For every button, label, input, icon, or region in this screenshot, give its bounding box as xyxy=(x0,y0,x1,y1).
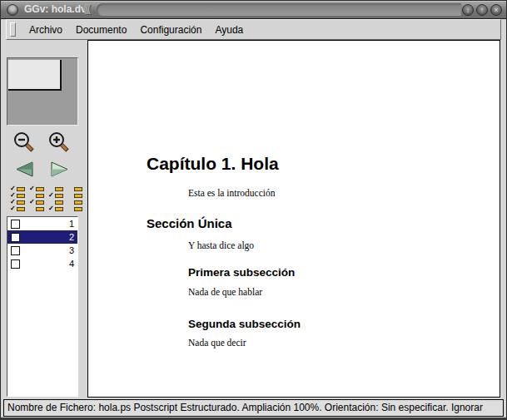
page-box-icon xyxy=(55,194,63,198)
main-content: ✓ ✓ ✓ ✓ ✓ ✓ ✓ ✓ ✓ ✓ ✓ ✓ ✓ ✓ ✓ ✓ xyxy=(6,40,500,398)
doc-paragraph: Esta es la introducción xyxy=(188,188,275,198)
next-page-button[interactable] xyxy=(50,161,69,177)
doc-paragraph: Y hasta dice algo xyxy=(188,240,254,250)
page-list-row-3[interactable]: 3 xyxy=(7,244,77,257)
page-list: 1 2 3 4 xyxy=(7,216,78,397)
page-box-icon xyxy=(74,207,82,211)
page-mark-checkbox[interactable] xyxy=(11,259,20,269)
page-box-icon xyxy=(74,187,82,191)
menu-ayuda[interactable]: Ayuda xyxy=(208,22,250,38)
zoom-out-icon xyxy=(13,131,35,153)
check-icon: ✓ xyxy=(48,193,55,198)
minimize-icon[interactable]: ↓ xyxy=(462,4,474,16)
doc-paragraph: Nada de que hablar xyxy=(188,287,262,297)
page-mark-checkbox[interactable] xyxy=(11,233,20,242)
check-icon: ✓ xyxy=(48,206,55,211)
zoom-in-icon xyxy=(48,131,70,153)
chapter-heading: Capítulo 1. Hola xyxy=(147,154,279,174)
mark-all-pages-button[interactable]: ✓ ✓ ✓ ✓ xyxy=(10,186,26,211)
statusbar-text: Nombre de Fichero: hola.ps Postscript Es… xyxy=(7,402,483,413)
page-number: 3 xyxy=(69,245,74,255)
sidebar: ✓ ✓ ✓ ✓ ✓ ✓ ✓ ✓ ✓ ✓ ✓ ✓ ✓ ✓ ✓ ✓ xyxy=(6,40,87,398)
page-list-row-1[interactable]: 1 xyxy=(7,217,77,230)
titlebar-grip[interactable] xyxy=(97,3,461,16)
page-box-icon xyxy=(36,207,44,211)
window-menu-icon[interactable] xyxy=(7,4,18,16)
zoom-in-button[interactable] xyxy=(48,131,70,153)
page-number: 4 xyxy=(69,259,74,269)
page-number: 2 xyxy=(69,232,74,242)
subsection-heading: Primera subsección xyxy=(188,266,295,279)
previous-page-button[interactable] xyxy=(15,161,34,177)
window-title: GGv: hola.dvi xyxy=(24,1,89,18)
page-box-icon xyxy=(17,200,25,205)
doc-paragraph: Nada que decir xyxy=(188,338,246,348)
page-box-icon xyxy=(55,207,63,211)
next-page-icon xyxy=(50,161,69,177)
page-box-icon xyxy=(17,187,25,191)
page-box-icon xyxy=(55,187,63,191)
page-box-icon xyxy=(55,200,63,205)
section-heading: Sección Única xyxy=(147,216,232,230)
page-thumbnail[interactable] xyxy=(7,57,78,126)
page-list-row-4[interactable]: 4 xyxy=(7,257,77,270)
previous-page-icon xyxy=(15,161,34,177)
app-window: GGv: hola.dvi ((( ↓ ↑ × Archivo Document… xyxy=(0,0,507,420)
page-list-row-2[interactable]: 2 xyxy=(7,230,77,244)
menubar: Archivo Documento Configuración Ayuda xyxy=(6,19,501,40)
page-box-icon xyxy=(74,194,82,198)
document-view[interactable]: Capítulo 1. Hola Esta es la introducción… xyxy=(87,40,500,398)
maximize-icon[interactable]: ↑ xyxy=(476,4,488,16)
menu-archivo[interactable]: Archivo xyxy=(22,22,69,38)
subsection-heading: Segunda subsección xyxy=(188,318,301,330)
mark-odd-pages-button[interactable]: ✓ ✓ ✓ ✓ xyxy=(29,186,45,211)
page-box-icon xyxy=(36,200,44,205)
zoom-out-button[interactable] xyxy=(13,131,35,153)
check-icon: ✓ xyxy=(29,186,36,191)
page-mark-checkbox[interactable] xyxy=(11,220,20,229)
check-icon: ✓ xyxy=(29,200,36,205)
check-icon: ✓ xyxy=(10,206,17,211)
page-number: 1 xyxy=(69,219,74,229)
page-box-icon xyxy=(74,200,82,205)
unmark-all-pages-button[interactable]: ✓ ✓ ✓ ✓ xyxy=(67,186,83,211)
statusbar: Nombre de Fichero: hola.ps Postscript Es… xyxy=(3,399,504,417)
menubar-drag-handle[interactable] xyxy=(10,22,16,37)
page-box-icon xyxy=(17,194,25,198)
window-controls: ↓ ↑ × xyxy=(462,4,502,16)
titlebar[interactable]: GGv: hola.dvi ((( ↓ ↑ × xyxy=(1,1,506,19)
menu-documento[interactable]: Documento xyxy=(69,22,133,38)
page-box-icon xyxy=(36,187,44,191)
page-box-icon xyxy=(17,207,25,211)
mark-even-pages-button[interactable]: ✓ ✓ ✓ ✓ xyxy=(48,186,64,211)
close-icon[interactable]: × xyxy=(490,4,502,16)
menu-configuracion[interactable]: Configuración xyxy=(133,22,208,38)
page-mark-checkbox[interactable] xyxy=(11,246,20,255)
thumbnail-visible-area xyxy=(8,60,62,91)
page-box-icon xyxy=(36,194,44,198)
titlebar-grip-texture: ((( xyxy=(83,2,89,14)
